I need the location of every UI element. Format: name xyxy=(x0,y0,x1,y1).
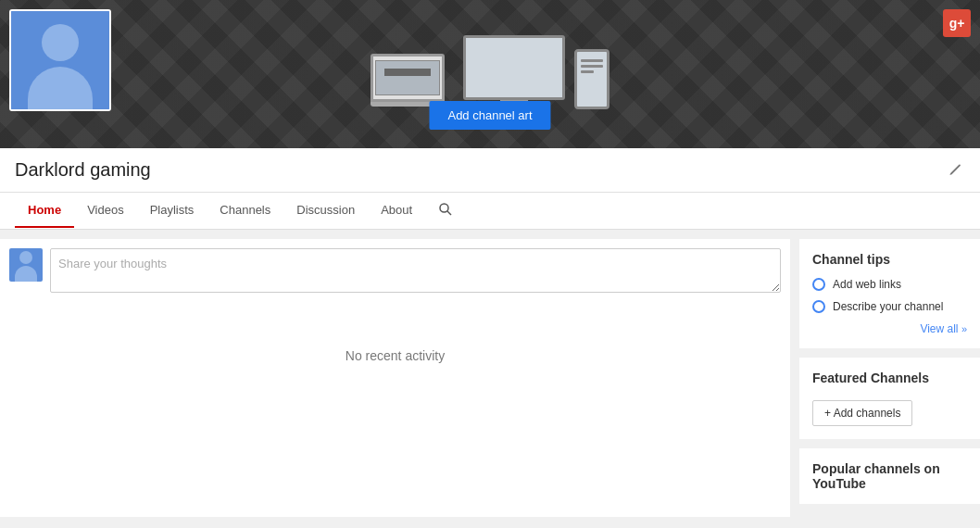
view-all-arrow: » xyxy=(961,323,967,334)
sidebar: Channel tips Add web links Describe your… xyxy=(799,239,980,517)
monitor-icon xyxy=(463,35,565,109)
tab-about[interactable]: About xyxy=(368,194,425,228)
tip-item-1: Add web links xyxy=(812,278,967,291)
main-content: No recent activity Channel tips Add web … xyxy=(0,230,980,517)
add-channel-art-button[interactable]: Add channel art xyxy=(429,101,550,130)
popular-channels-card: Popular channels on YouTube xyxy=(799,448,980,504)
post-box xyxy=(9,248,781,293)
featured-channels-card: Featured Channels + Add channels xyxy=(799,358,980,439)
channel-avatar xyxy=(9,9,111,111)
edit-icon[interactable] xyxy=(945,160,965,181)
tab-playlists[interactable]: Playlists xyxy=(137,194,207,228)
tip-text-2: Describe your channel xyxy=(833,300,943,313)
channel-tips-title: Channel tips xyxy=(812,252,967,267)
channel-info-bar: Darklord gaming xyxy=(0,148,980,193)
view-all-link[interactable]: View all » xyxy=(812,322,967,335)
channel-name: Darklord gaming xyxy=(15,159,151,181)
add-channels-button[interactable]: + Add channels xyxy=(812,400,912,426)
tab-channels[interactable]: Channels xyxy=(207,194,283,228)
no-activity-message: No recent activity xyxy=(9,311,781,400)
tip-circle-1 xyxy=(812,278,825,291)
channel-banner: Add channel art g+ xyxy=(0,0,980,148)
popular-channels-title: Popular channels on YouTube xyxy=(812,461,967,491)
tab-home[interactable]: Home xyxy=(15,194,74,228)
post-textarea[interactable] xyxy=(50,248,781,293)
tip-circle-2 xyxy=(812,300,825,313)
gplus-icon[interactable]: g+ xyxy=(943,9,971,37)
content-left: No recent activity xyxy=(0,239,790,517)
svg-point-0 xyxy=(440,204,448,212)
tab-videos[interactable]: Videos xyxy=(74,194,137,228)
tab-discussion[interactable]: Discussion xyxy=(283,194,368,228)
phone-icon xyxy=(574,49,609,109)
featured-channels-title: Featured Channels xyxy=(812,371,967,385)
search-icon[interactable] xyxy=(425,193,466,229)
channel-tips-card: Channel tips Add web links Describe your… xyxy=(799,239,980,348)
svg-line-1 xyxy=(447,211,451,215)
tip-item-2: Describe your channel xyxy=(812,300,967,313)
post-avatar xyxy=(9,248,43,282)
channel-tabs: Home Videos Playlists Channels Discussio… xyxy=(0,193,980,230)
tip-text-1: Add web links xyxy=(833,278,901,291)
